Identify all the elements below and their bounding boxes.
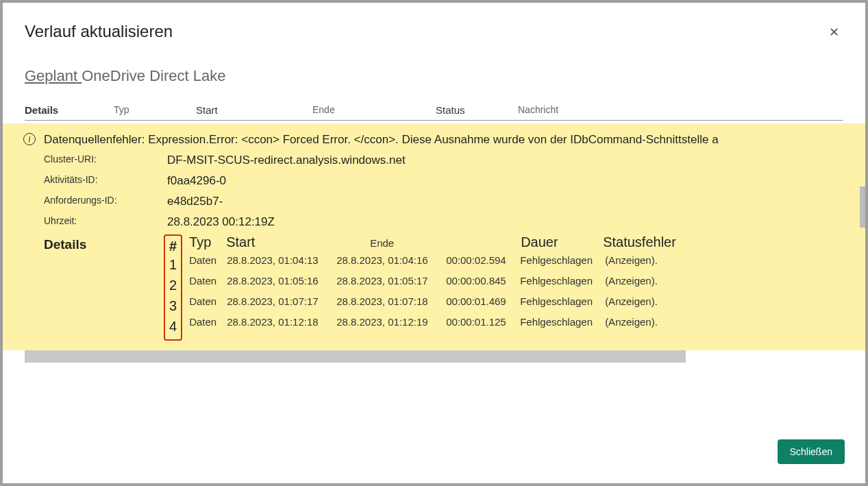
col-ende: Ende [312,104,436,116]
attempt-row: Daten 28.8.2023, 01:07:17 28.8.2023, 01:… [189,291,676,312]
num-header: # [169,239,177,254]
row-link[interactable]: (Anzeigen). [605,312,658,332]
request-id-label: Anforderungs-ID: [44,195,167,208]
attempt-row: Daten 28.8.2023, 01:12:18 28.8.2023, 01:… [189,312,676,332]
row-ende: 28.8.2023, 01:05:17 [336,271,446,291]
row-typ: Daten [189,312,227,332]
time-value: 28.8.2023 00:12:19Z [167,215,275,229]
ahead-ende: Ende [370,237,521,249]
ahead-typ: Typ [189,234,226,250]
ahead-start: Start [226,234,370,250]
close-button[interactable]: Schließen [778,439,845,464]
attempt-number-column: # 1 2 3 4 [164,234,182,341]
row-start: 28.8.2023, 01:07:17 [227,291,336,312]
col-status: Status [436,104,518,116]
vertical-scrollbar[interactable] [860,186,865,228]
row-dauer: 00:00:01.469 [446,291,520,312]
horizontal-scrollbar[interactable] [25,350,686,363]
time-label: Uhrzeit: [44,215,167,229]
error-message: Datenquellenfehler: Expression.Error: <c… [44,133,858,147]
meta-request: Anforderungs-ID: e48d25b7- [44,195,858,208]
row-status: Fehlgeschlagen [520,271,605,291]
close-icon[interactable]: ✕ [825,22,843,42]
ahead-statusfehler: Statusfehler [603,234,676,250]
info-icon: i [23,133,36,145]
attempt-row: Daten 28.8.2023, 01:05:16 28.8.2023, 01:… [189,271,676,291]
row-start: 28.8.2023, 01:04:13 [227,250,336,271]
attempts-section: Details # 1 2 3 4 Typ Start Ende Dauer S… [44,234,858,341]
request-id-value: e48d25b7- [167,195,223,208]
cluster-uri-label: Cluster-URI: [44,154,167,167]
meta-time: Uhrzeit: 28.8.2023 00:12:19Z [44,215,858,229]
attempts-head: Typ Start Ende Dauer Statusfehler [189,234,676,250]
row-link[interactable]: (Anzeigen). [605,271,658,291]
num-1: 1 [169,254,177,275]
ahead-dauer: Dauer [521,234,603,250]
col-typ: Typ [114,104,196,116]
error-panel: i Datenquellenfehler: Expression.Error: … [3,123,865,350]
activity-id-label: Aktivitäts-ID: [44,174,167,188]
num-3: 3 [169,295,177,316]
dialog-footer: Schließen [778,439,845,464]
scheduled-link[interactable]: Geplant [25,67,82,84]
row-status: Fehlgeschlagen [520,312,605,332]
row-ende: 28.8.2023, 01:12:19 [336,312,446,332]
row-dauer: 00:00:02.594 [446,250,520,271]
page-title: Geplant OneDrive Direct Lake [25,67,843,85]
meta-cluster: Cluster-URI: DF-MSIT-SCUS-redirect.analy… [44,154,858,167]
row-start: 28.8.2023, 01:12:18 [227,312,336,332]
attempt-row: Daten 28.8.2023, 01:04:13 28.8.2023, 01:… [189,250,676,271]
col-start: Start [196,104,312,116]
num-4: 4 [169,316,177,337]
col-details: Details [25,104,114,116]
row-ende: 28.8.2023, 01:04:16 [336,250,446,271]
attempts-details-label: Details [44,234,164,252]
cluster-uri-value: DF-MSIT-SCUS-redirect.analysis.windows.n… [167,154,406,167]
meta-activity: Aktivitäts-ID: f0aa4296-0 [44,174,858,188]
dialog-header: Verlauf aktualisieren ✕ [25,22,843,42]
row-status: Fehlgeschlagen [520,291,605,312]
row-typ: Daten [189,291,227,312]
row-ende: 28.8.2023, 01:07:18 [336,291,446,312]
dialog-title: Verlauf aktualisieren [25,22,173,41]
num-2: 2 [169,275,177,295]
columns-header: Details Typ Start Ende Status Nachricht [25,104,843,121]
activity-id-value: f0aa4296-0 [167,174,226,188]
row-typ: Daten [189,271,227,291]
refresh-history-dialog: Verlauf aktualisieren ✕ Geplant OneDrive… [3,3,865,483]
dataset-name: OneDrive Direct Lake [82,67,225,84]
row-link[interactable]: (Anzeigen). [605,250,658,271]
row-dauer: 00:00:01.125 [446,312,520,332]
row-status: Fehlgeschlagen [520,250,605,271]
row-dauer: 00:00:00.845 [446,271,520,291]
row-typ: Daten [189,250,227,271]
col-nachricht: Nachricht [518,104,558,116]
row-link[interactable]: (Anzeigen). [605,291,658,312]
attempts-table: Typ Start Ende Dauer Statusfehler Daten … [189,234,676,332]
row-start: 28.8.2023, 01:05:16 [227,271,336,291]
